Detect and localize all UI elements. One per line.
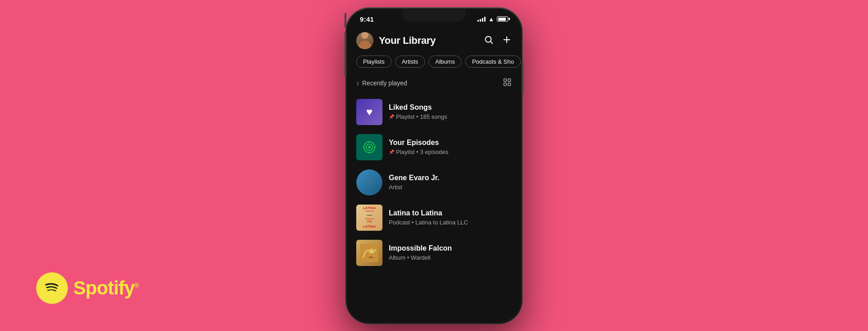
wifi-icon: ▲ bbox=[488, 16, 494, 23]
gene-evaro-art: 🎵 bbox=[356, 169, 382, 196]
search-button[interactable] bbox=[484, 35, 494, 47]
library-list: ♥ Liked Songs 📌 Playlist • 185 songs bbox=[347, 94, 521, 270]
chip-playlists[interactable]: Playlists bbox=[356, 56, 392, 68]
impossible-falcon-subtitle: Album • Wardell bbox=[389, 254, 512, 261]
liked-songs-title: Liked Songs bbox=[389, 103, 512, 112]
your-episodes-title: Your Episodes bbox=[389, 139, 512, 147]
chip-podcasts[interactable]: Podcasts & Sho bbox=[465, 56, 521, 68]
chip-artists[interactable]: Artists bbox=[395, 56, 425, 68]
signal-bar-4 bbox=[484, 17, 486, 22]
signal-bar-3 bbox=[482, 18, 483, 22]
sort-label: Recently played bbox=[362, 79, 407, 87]
latina-to-latina-art: LATINA — TO LATINA bbox=[356, 205, 382, 231]
phone-notch bbox=[402, 9, 466, 22]
spotify-brand-text: Spotify® bbox=[73, 277, 139, 299]
status-icons: ▲ bbox=[477, 16, 508, 23]
svg-rect-6 bbox=[508, 79, 511, 81]
svg-point-0 bbox=[42, 278, 62, 298]
battery-icon bbox=[497, 16, 508, 22]
your-episodes-subtitle: 📌 Playlist • 3 episodes bbox=[389, 149, 512, 155]
screen-content: Your Library bbox=[347, 26, 521, 322]
svg-rect-16 bbox=[360, 244, 378, 262]
pin-icon-2: 📌 bbox=[389, 149, 394, 154]
signal-bar-1 bbox=[477, 20, 479, 22]
your-episodes-info: Your Episodes 📌 Playlist • 3 episodes bbox=[389, 139, 512, 155]
library-title: Your Library bbox=[379, 35, 478, 47]
add-button[interactable] bbox=[502, 35, 512, 47]
impossible-falcon-info: Impossible Falcon Album • Wardell bbox=[389, 244, 512, 261]
gene-evaro-subtitle: Artist bbox=[389, 184, 512, 191]
sort-left[interactable]: ↕ Recently played bbox=[356, 79, 407, 87]
library-item-impossible-falcon[interactable]: Impossible Falcon Album • Wardell bbox=[354, 235, 514, 270]
signal-bars bbox=[477, 16, 486, 22]
gene-evaro-info: Gene Evaro Jr. Artist bbox=[389, 174, 512, 191]
impossible-falcon-art bbox=[356, 240, 382, 266]
your-episodes-art bbox=[356, 134, 382, 160]
heart-icon: ♥ bbox=[366, 106, 373, 118]
sort-bar: ↕ Recently played bbox=[347, 74, 521, 94]
spotify-logo: Spotify® bbox=[36, 272, 139, 304]
svg-rect-5 bbox=[504, 79, 507, 81]
grid-view-icon[interactable] bbox=[503, 78, 512, 89]
header-actions bbox=[484, 35, 512, 47]
svg-rect-8 bbox=[508, 83, 511, 85]
svg-line-2 bbox=[491, 42, 492, 43]
chip-albums[interactable]: Albums bbox=[429, 56, 462, 68]
user-avatar[interactable] bbox=[356, 32, 373, 49]
library-item-latina-to-latina[interactable]: LATINA — TO LATINA Latina to Latina Podc… bbox=[354, 200, 514, 235]
latina-to-latina-title: Latina to Latina bbox=[389, 209, 512, 217]
signal-bar-2 bbox=[480, 19, 481, 22]
svg-rect-7 bbox=[504, 83, 507, 85]
impossible-falcon-title: Impossible Falcon bbox=[389, 244, 512, 252]
liked-songs-info: Liked Songs 📌 Playlist • 185 songs bbox=[389, 103, 512, 120]
gene-evaro-title: Gene Evaro Jr. bbox=[389, 174, 512, 182]
library-item-liked-songs[interactable]: ♥ Liked Songs 📌 Playlist • 185 songs bbox=[354, 94, 514, 130]
pin-icon: 📌 bbox=[389, 114, 394, 119]
sort-icon: ↕ bbox=[356, 79, 359, 87]
svg-point-11 bbox=[368, 146, 371, 149]
spotify-logo-circle bbox=[36, 272, 68, 304]
library-item-gene-evaro[interactable]: 🎵 Gene Evaro Jr. Artist bbox=[354, 165, 514, 200]
latina-to-latina-info: Latina to Latina Podcast • Latina to Lat… bbox=[389, 209, 512, 226]
liked-songs-art: ♥ bbox=[356, 99, 382, 125]
battery-fill bbox=[498, 18, 506, 21]
phone-device: 9:41 ▲ bbox=[346, 8, 522, 324]
svg-point-17 bbox=[370, 248, 373, 252]
filter-chips: Playlists Artists Albums Podcasts & Sho bbox=[347, 54, 521, 74]
library-header: Your Library bbox=[347, 26, 521, 54]
status-time: 9:41 bbox=[360, 15, 374, 23]
latina-to-latina-subtitle: Podcast • Latina to Latina LLC bbox=[389, 219, 512, 226]
liked-songs-subtitle: 📌 Playlist • 185 songs bbox=[389, 113, 512, 120]
library-item-your-episodes[interactable]: Your Episodes 📌 Playlist • 3 episodes bbox=[354, 130, 514, 165]
